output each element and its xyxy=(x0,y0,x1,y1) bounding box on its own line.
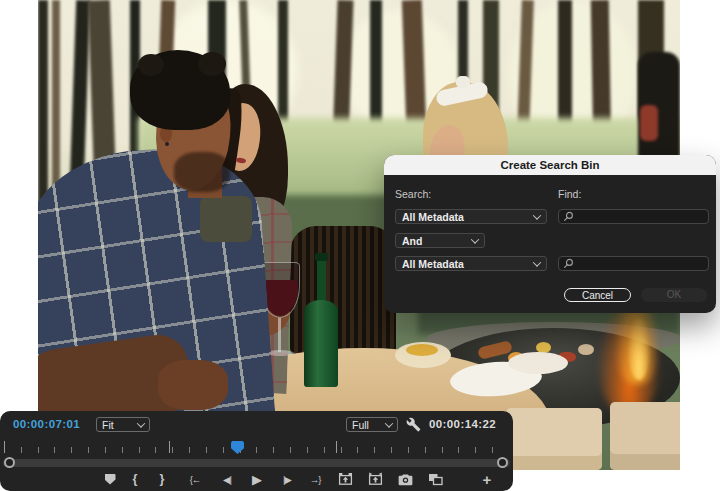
add-marker-button[interactable] xyxy=(99,469,121,489)
marker-icon xyxy=(105,474,116,485)
playback-resolution-value: Full xyxy=(352,419,369,431)
find-label: Find: xyxy=(558,188,581,200)
play-button[interactable]: ▶ xyxy=(246,469,268,489)
extract-button[interactable] xyxy=(364,469,386,489)
search-criteria-2-value: All Metadata xyxy=(402,258,464,270)
ok-button[interactable]: OK xyxy=(641,288,707,302)
search-criteria-dropdown-1[interactable]: All Metadata xyxy=(395,209,547,224)
cancel-button[interactable]: Cancel xyxy=(564,288,631,302)
search-icon xyxy=(563,258,574,269)
scroll-handle-right[interactable] xyxy=(497,457,508,468)
comparison-view-icon xyxy=(428,473,443,486)
ruler-major-tick xyxy=(169,441,170,453)
step-back-button[interactable]: ◀| xyxy=(216,469,238,489)
zoom-scroll-track[interactable] xyxy=(3,459,510,467)
person-man-earring xyxy=(165,142,169,146)
search-label: Search: xyxy=(395,188,431,200)
go-to-out-button[interactable]: →} xyxy=(304,469,326,489)
bottle-cap xyxy=(315,253,328,261)
extract-icon xyxy=(368,472,383,486)
operator-value: And xyxy=(402,235,422,247)
ruler-major-tick xyxy=(336,441,337,453)
person-right-shirt xyxy=(640,105,658,141)
duration-timecode: 00:00:14:22 xyxy=(429,418,496,430)
person-man-beard xyxy=(174,152,230,192)
operator-dropdown[interactable]: And xyxy=(395,233,485,248)
lift-button[interactable] xyxy=(334,469,356,489)
chevron-down-icon xyxy=(533,211,541,219)
zoom-level-select[interactable]: Fit xyxy=(96,417,150,432)
ruler-major-tick xyxy=(4,441,5,453)
create-search-bin-dialog: Create Search Bin Search: Find: All Meta… xyxy=(384,155,716,313)
mark-out-button[interactable]: } xyxy=(151,469,173,489)
comparison-view-button[interactable] xyxy=(424,469,446,489)
person-man-hair-curl xyxy=(138,54,164,76)
search-criteria-1-value: All Metadata xyxy=(402,211,464,223)
step-forward-button[interactable]: |▶ xyxy=(276,469,298,489)
bench xyxy=(506,408,602,470)
mark-in-button[interactable]: { xyxy=(124,469,146,489)
salad xyxy=(406,344,438,356)
search-criteria-dropdown-2[interactable]: All Metadata xyxy=(395,256,547,271)
playback-resolution-select[interactable]: Full xyxy=(346,417,398,432)
dialog-title: Create Search Bin xyxy=(384,155,716,175)
bottle-body xyxy=(304,315,338,387)
camera-icon xyxy=(398,473,413,486)
flame xyxy=(628,318,650,380)
chevron-down-icon xyxy=(471,235,479,243)
person-man-hair-curl xyxy=(198,52,226,76)
scroll-handle-left[interactable] xyxy=(4,457,15,468)
chevron-down-icon xyxy=(137,419,145,427)
wrench-icon xyxy=(406,417,421,432)
person-blonde-headband-knot xyxy=(456,76,470,88)
settings-button[interactable] xyxy=(406,417,421,436)
go-to-in-button[interactable]: {← xyxy=(184,469,206,489)
lift-icon xyxy=(338,472,353,486)
find-input-2[interactable] xyxy=(558,256,709,271)
bench xyxy=(610,402,680,470)
person-man-hand xyxy=(158,360,228,410)
food-mushroom xyxy=(578,344,594,355)
current-timecode: 00:00:07:01 xyxy=(13,418,80,430)
zoom-level-value: Fit xyxy=(102,419,114,431)
person-man-undershirt xyxy=(200,196,252,242)
button-editor-button[interactable]: + xyxy=(476,469,498,489)
search-icon xyxy=(563,211,574,222)
chevron-down-icon xyxy=(385,419,393,427)
playback-control-bar: 00:00:07:01 Fit Full 00:00:14:22 { } {← … xyxy=(0,411,513,491)
find-input-1[interactable] xyxy=(558,209,709,224)
timeline-ruler[interactable] xyxy=(4,447,509,453)
plate xyxy=(508,352,568,374)
wine-glass-stem xyxy=(278,318,281,352)
chevron-down-icon xyxy=(533,258,541,266)
export-frame-button[interactable] xyxy=(394,469,416,489)
